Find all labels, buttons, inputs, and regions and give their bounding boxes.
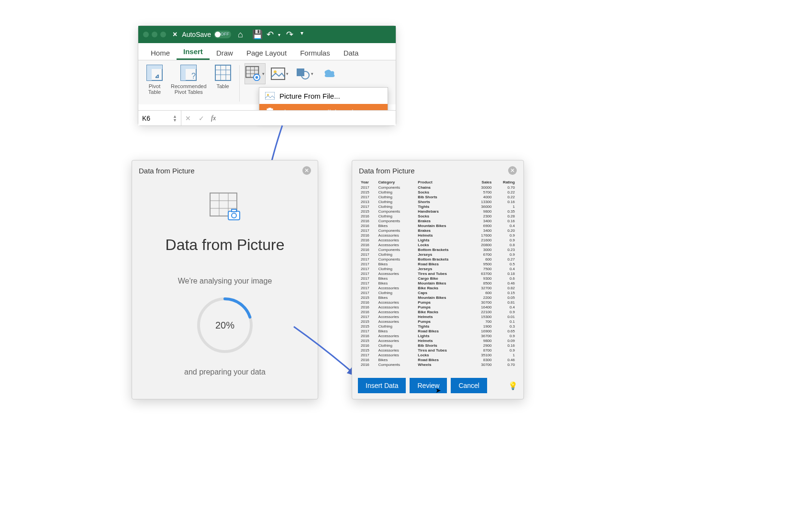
- flow-arrow-2: [293, 326, 360, 385]
- window-traffic-lights[interactable]: [143, 32, 166, 37]
- svg-rect-7: [215, 65, 231, 80]
- recommended-pivot-button[interactable]: ? Recommended Pivot Tables: [169, 63, 209, 95]
- autosave-label: AutoSave: [182, 31, 211, 38]
- ribbon-tabs: Home Insert Draw Page Layout Formulas Da…: [138, 43, 396, 60]
- namebox-stepper[interactable]: ▲▼: [173, 114, 177, 122]
- home-icon[interactable]: ⌂: [238, 30, 246, 39]
- progress-status-2: and preparing your data: [184, 368, 266, 376]
- review-button[interactable]: Review➤: [410, 378, 447, 393]
- data-from-picture-button[interactable]: ▾: [245, 63, 266, 84]
- tab-draw[interactable]: Draw: [210, 45, 240, 60]
- recommended-pivot-icon: ?: [179, 63, 198, 82]
- insert-data-button[interactable]: Insert Data: [358, 378, 406, 393]
- review-footer: Insert Data Review➤ Cancel 💡: [354, 374, 522, 397]
- undo-icon[interactable]: ↶: [267, 30, 275, 39]
- icons-button[interactable]: [319, 63, 340, 84]
- cursor-icon: ➤: [435, 387, 441, 394]
- table-icon: [213, 63, 233, 82]
- titlebar: × AutoSave OFF ⌂ 💾 ↶▾ ↷ ▾: [138, 26, 396, 43]
- panel-title: Data from Picture: [359, 167, 415, 175]
- pivot-table-button[interactable]: Pivot Table: [143, 63, 166, 95]
- excel-window: × AutoSave OFF ⌂ 💾 ↶▾ ↷ ▾ Home Insert Dr…: [138, 25, 396, 126]
- redo-icon[interactable]: ↷: [286, 30, 295, 39]
- customize-icon[interactable]: ▾: [300, 30, 309, 39]
- progress-panel: Data from Picture ✕ Data from Picture We…: [132, 160, 318, 399]
- close-icon[interactable]: ✕: [302, 166, 311, 175]
- pictures-button[interactable]: ▾: [269, 63, 290, 84]
- tab-page-layout[interactable]: Page Layout: [240, 45, 293, 60]
- progress-title: Data from Picture: [166, 236, 285, 254]
- picture-file-icon: [265, 91, 275, 100]
- lightbulb-icon[interactable]: 💡: [508, 381, 518, 390]
- progress-ring: 20%: [194, 294, 256, 356]
- table-button[interactable]: Table: [211, 63, 234, 89]
- tab-formulas[interactable]: Formulas: [293, 45, 337, 60]
- save-icon[interactable]: 💾: [252, 30, 261, 39]
- panel-title: Data from Picture: [139, 167, 195, 175]
- enter-formula-icon[interactable]: ✓: [195, 114, 208, 122]
- pivot-table-icon: [145, 63, 164, 82]
- svg-text:?: ?: [191, 72, 196, 80]
- picture-from-file-item[interactable]: Picture From File...: [259, 88, 388, 104]
- table: YearCategoryProductSalesRating2017Compon…: [360, 180, 516, 367]
- autosave-toggle[interactable]: AutoSave OFF: [182, 31, 231, 38]
- fx-label[interactable]: fx: [208, 114, 219, 122]
- svg-rect-23: [265, 92, 275, 100]
- svg-point-18: [256, 76, 258, 79]
- progress-status-1: We're analysing your image: [178, 277, 272, 285]
- formula-bar: K6 ▲▼ ✕ ✓ fx: [138, 110, 396, 125]
- svg-rect-26: [268, 108, 271, 110]
- svg-rect-2: [147, 65, 162, 69]
- name-box[interactable]: K6 ▲▼: [138, 111, 181, 125]
- shapes-button[interactable]: ▾: [294, 63, 315, 84]
- extracted-data-table[interactable]: YearCategoryProductSalesRating2017Compon…: [354, 179, 522, 374]
- illustrations-group: ▾ ▾ ▾: [245, 63, 340, 84]
- data-from-picture-icon: [208, 192, 242, 225]
- cancel-formula-icon[interactable]: ✕: [181, 114, 195, 122]
- cancel-button[interactable]: Cancel: [451, 378, 487, 393]
- tab-data[interactable]: Data: [337, 45, 366, 60]
- review-panel: Data from Picture ✕ YearCategoryProductS…: [352, 160, 524, 399]
- toggle-icon[interactable]: OFF: [214, 31, 231, 38]
- svg-rect-32: [228, 211, 240, 220]
- tab-insert[interactable]: Insert: [177, 44, 210, 60]
- progress-percent: 20%: [194, 294, 256, 356]
- svg-rect-5: [181, 65, 196, 69]
- quick-access-toolbar: ⌂ 💾 ↶▾ ↷ ▾: [238, 30, 309, 39]
- svg-rect-34: [232, 209, 236, 212]
- close-icon[interactable]: ×: [173, 30, 177, 39]
- tab-home[interactable]: Home: [144, 45, 177, 60]
- close-icon[interactable]: ✕: [508, 166, 517, 175]
- svg-point-20: [274, 70, 277, 73]
